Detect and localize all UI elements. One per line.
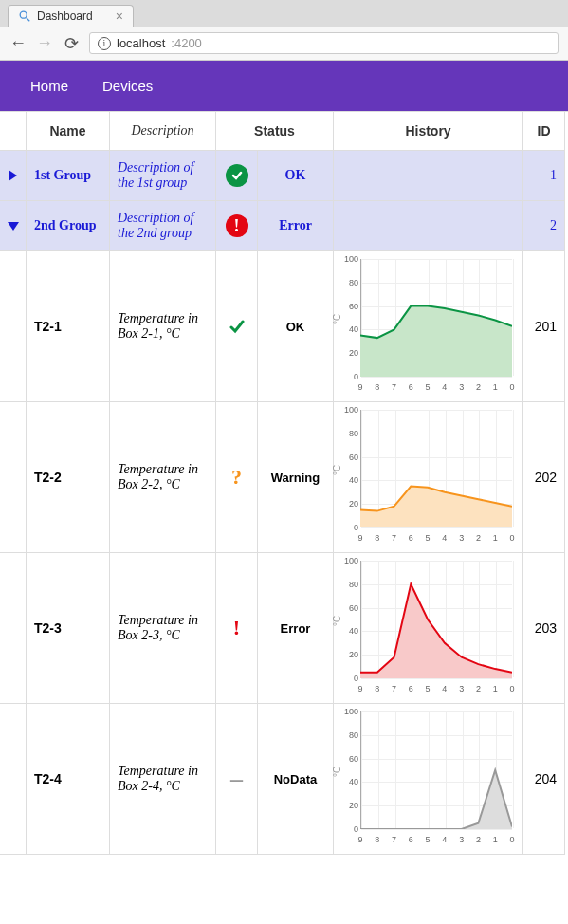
row-id: 204 [523,704,565,855]
url-input[interactable]: i localhost:4200 [89,32,559,54]
header-name: Name [27,112,110,151]
expand-placeholder [0,251,27,402]
header-status: Status [216,112,334,151]
header-id: ID [523,112,565,151]
history-chart: °C 0204060801009876543210 [338,257,516,399]
tab-title: Dashboard [37,9,93,23]
expand-placeholder [0,553,27,704]
forward-button[interactable]: → [36,33,53,53]
status-icon-cell: ! [216,201,258,251]
header-expand [0,112,27,151]
row-id: 201 [523,251,565,402]
history-chart: °C 0204060801009876543210 [338,408,516,550]
chevron-right-icon [9,170,17,181]
history-cell: °C 0204060801009876543210 [334,704,523,855]
status-label: NoData [258,704,334,855]
row-name: T2-3 [27,553,110,704]
address-bar: ← → ⟳ i localhost:4200 [0,27,568,60]
reload-button[interactable]: ⟳ [63,33,80,54]
status-icon-cell: ? [216,402,258,553]
y-axis-label: °C [332,616,342,626]
row-description: Temperature in Box 2-4, °C [110,704,216,855]
status-label: Warning [258,402,334,553]
navbar: Home Devices [0,61,568,111]
close-icon[interactable]: × [116,9,123,23]
history-cell: °C 0204060801009876543210 [334,553,523,704]
url-host: localhost [117,36,165,50]
row-description: Temperature in Box 2-2, °C [110,402,216,553]
row-name: T2-4 [27,704,110,855]
expand-toggle[interactable] [0,201,27,251]
browser-chrome: Dashboard × ← → ⟳ i localhost:4200 [0,0,568,61]
status-icon-cell [216,151,258,201]
expand-placeholder [0,402,27,553]
back-button[interactable]: ← [9,33,27,53]
exclamation-icon: ! [226,617,248,639]
status-icon-cell [216,251,258,402]
y-axis-label: °C [332,767,342,777]
history-cell: °C 0204060801009876543210 [334,251,523,402]
row-id: 203 [523,553,565,704]
svg-line-1 [27,18,30,22]
browser-tab[interactable]: Dashboard × [8,5,134,27]
group-id: 1 [523,151,565,201]
group-id: 2 [523,201,565,251]
dash-icon: – [226,767,248,790]
header-description: Description [110,112,216,151]
search-icon [18,9,31,23]
status-label: OK [258,251,334,402]
status-label: Error [258,201,334,251]
chevron-down-icon [8,222,19,231]
svg-point-0 [20,11,27,18]
history-cell [334,151,523,201]
history-chart: °C 0204060801009876543210 [338,710,516,852]
row-name: T2-1 [27,251,110,402]
row-name: T2-2 [27,402,110,553]
group-description: Description of the 1st group [110,151,216,201]
status-label: OK [258,151,334,201]
row-description: Temperature in Box 2-3, °C [110,553,216,704]
history-chart: °C 0204060801009876543210 [338,559,516,701]
status-icon-cell: ! [216,553,258,704]
row-id: 202 [523,402,565,553]
history-cell [334,201,523,251]
header-history: History [334,112,523,151]
status-icon-cell: – [216,704,258,855]
row-description: Temperature in Box 2-1, °C [110,251,216,402]
group-name[interactable]: 1st Group [27,151,110,201]
check-icon [226,315,248,338]
tab-bar: Dashboard × [0,0,568,27]
expand-placeholder [0,704,27,855]
group-name[interactable]: 2nd Group [27,201,110,251]
device-table: Name Description Status History ID 1st G… [0,111,568,855]
y-axis-label: °C [332,314,342,324]
nav-home[interactable]: Home [30,78,68,94]
question-icon: ? [226,466,248,489]
ok-circle-icon [226,164,248,187]
history-cell: °C 0204060801009876543210 [334,402,523,553]
nav-devices[interactable]: Devices [102,78,153,94]
group-description: Description of the 2nd group [110,201,216,251]
y-axis-label: °C [332,465,342,475]
info-icon[interactable]: i [98,37,111,50]
status-label: Error [258,553,334,704]
expand-toggle[interactable] [0,151,27,201]
error-circle-icon: ! [226,214,248,237]
url-port: :4200 [171,36,202,50]
